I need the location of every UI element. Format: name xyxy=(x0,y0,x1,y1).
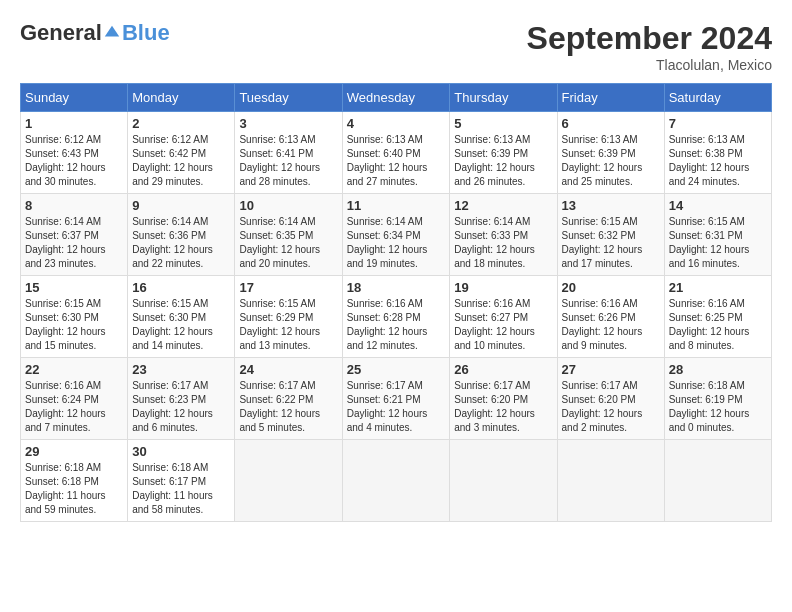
day-info: Sunrise: 6:17 AM Sunset: 6:20 PM Dayligh… xyxy=(562,379,660,435)
month-title: September 2024 xyxy=(527,20,772,57)
calendar-cell: 19Sunrise: 6:16 AM Sunset: 6:27 PM Dayli… xyxy=(450,276,557,358)
day-number: 18 xyxy=(347,280,446,295)
day-info: Sunrise: 6:13 AM Sunset: 6:39 PM Dayligh… xyxy=(562,133,660,189)
day-number: 3 xyxy=(239,116,337,131)
day-info: Sunrise: 6:16 AM Sunset: 6:27 PM Dayligh… xyxy=(454,297,552,353)
day-info: Sunrise: 6:16 AM Sunset: 6:25 PM Dayligh… xyxy=(669,297,767,353)
day-info: Sunrise: 6:13 AM Sunset: 6:41 PM Dayligh… xyxy=(239,133,337,189)
day-number: 29 xyxy=(25,444,123,459)
day-info: Sunrise: 6:17 AM Sunset: 6:22 PM Dayligh… xyxy=(239,379,337,435)
day-number: 14 xyxy=(669,198,767,213)
day-header-monday: Monday xyxy=(128,84,235,112)
calendar-cell: 26Sunrise: 6:17 AM Sunset: 6:20 PM Dayli… xyxy=(450,358,557,440)
day-number: 16 xyxy=(132,280,230,295)
calendar-cell: 14Sunrise: 6:15 AM Sunset: 6:31 PM Dayli… xyxy=(664,194,771,276)
day-number: 24 xyxy=(239,362,337,377)
day-number: 21 xyxy=(669,280,767,295)
day-number: 17 xyxy=(239,280,337,295)
day-number: 5 xyxy=(454,116,552,131)
day-info: Sunrise: 6:13 AM Sunset: 6:39 PM Dayligh… xyxy=(454,133,552,189)
calendar-cell: 10Sunrise: 6:14 AM Sunset: 6:35 PM Dayli… xyxy=(235,194,342,276)
day-info: Sunrise: 6:14 AM Sunset: 6:36 PM Dayligh… xyxy=(132,215,230,271)
calendar-week-row: 22Sunrise: 6:16 AM Sunset: 6:24 PM Dayli… xyxy=(21,358,772,440)
day-number: 13 xyxy=(562,198,660,213)
calendar-cell xyxy=(235,440,342,522)
svg-marker-0 xyxy=(105,26,119,37)
day-info: Sunrise: 6:18 AM Sunset: 6:19 PM Dayligh… xyxy=(669,379,767,435)
day-header-friday: Friday xyxy=(557,84,664,112)
day-info: Sunrise: 6:15 AM Sunset: 6:30 PM Dayligh… xyxy=(132,297,230,353)
calendar-cell: 25Sunrise: 6:17 AM Sunset: 6:21 PM Dayli… xyxy=(342,358,450,440)
day-info: Sunrise: 6:18 AM Sunset: 6:17 PM Dayligh… xyxy=(132,461,230,517)
day-info: Sunrise: 6:15 AM Sunset: 6:30 PM Dayligh… xyxy=(25,297,123,353)
logo-blue-text: Blue xyxy=(122,20,170,46)
calendar-cell: 15Sunrise: 6:15 AM Sunset: 6:30 PM Dayli… xyxy=(21,276,128,358)
logo-general-text: General xyxy=(20,20,102,46)
day-info: Sunrise: 6:14 AM Sunset: 6:37 PM Dayligh… xyxy=(25,215,123,271)
calendar-cell: 16Sunrise: 6:15 AM Sunset: 6:30 PM Dayli… xyxy=(128,276,235,358)
day-info: Sunrise: 6:15 AM Sunset: 6:31 PM Dayligh… xyxy=(669,215,767,271)
calendar-cell: 11Sunrise: 6:14 AM Sunset: 6:34 PM Dayli… xyxy=(342,194,450,276)
calendar-week-row: 1Sunrise: 6:12 AM Sunset: 6:43 PM Daylig… xyxy=(21,112,772,194)
day-number: 12 xyxy=(454,198,552,213)
day-header-wednesday: Wednesday xyxy=(342,84,450,112)
calendar-cell xyxy=(557,440,664,522)
day-info: Sunrise: 6:12 AM Sunset: 6:43 PM Dayligh… xyxy=(25,133,123,189)
day-number: 15 xyxy=(25,280,123,295)
logo-icon xyxy=(103,24,121,42)
calendar-cell: 6Sunrise: 6:13 AM Sunset: 6:39 PM Daylig… xyxy=(557,112,664,194)
calendar-table: SundayMondayTuesdayWednesdayThursdayFrid… xyxy=(20,83,772,522)
calendar-cell: 30Sunrise: 6:18 AM Sunset: 6:17 PM Dayli… xyxy=(128,440,235,522)
calendar-cell: 24Sunrise: 6:17 AM Sunset: 6:22 PM Dayli… xyxy=(235,358,342,440)
calendar-cell: 18Sunrise: 6:16 AM Sunset: 6:28 PM Dayli… xyxy=(342,276,450,358)
calendar-cell: 4Sunrise: 6:13 AM Sunset: 6:40 PM Daylig… xyxy=(342,112,450,194)
day-header-sunday: Sunday xyxy=(21,84,128,112)
calendar-cell: 1Sunrise: 6:12 AM Sunset: 6:43 PM Daylig… xyxy=(21,112,128,194)
calendar-cell: 12Sunrise: 6:14 AM Sunset: 6:33 PM Dayli… xyxy=(450,194,557,276)
page-header: General Blue September 2024 Tlacolulan, … xyxy=(20,20,772,73)
logo: General Blue xyxy=(20,20,170,46)
day-number: 4 xyxy=(347,116,446,131)
day-info: Sunrise: 6:13 AM Sunset: 6:40 PM Dayligh… xyxy=(347,133,446,189)
location: Tlacolulan, Mexico xyxy=(527,57,772,73)
day-number: 6 xyxy=(562,116,660,131)
day-number: 1 xyxy=(25,116,123,131)
calendar-cell: 27Sunrise: 6:17 AM Sunset: 6:20 PM Dayli… xyxy=(557,358,664,440)
day-info: Sunrise: 6:14 AM Sunset: 6:35 PM Dayligh… xyxy=(239,215,337,271)
day-number: 7 xyxy=(669,116,767,131)
day-header-saturday: Saturday xyxy=(664,84,771,112)
day-info: Sunrise: 6:16 AM Sunset: 6:26 PM Dayligh… xyxy=(562,297,660,353)
calendar-cell: 7Sunrise: 6:13 AM Sunset: 6:38 PM Daylig… xyxy=(664,112,771,194)
calendar-week-row: 15Sunrise: 6:15 AM Sunset: 6:30 PM Dayli… xyxy=(21,276,772,358)
day-info: Sunrise: 6:17 AM Sunset: 6:23 PM Dayligh… xyxy=(132,379,230,435)
day-info: Sunrise: 6:17 AM Sunset: 6:20 PM Dayligh… xyxy=(454,379,552,435)
day-number: 30 xyxy=(132,444,230,459)
day-info: Sunrise: 6:16 AM Sunset: 6:24 PM Dayligh… xyxy=(25,379,123,435)
day-number: 11 xyxy=(347,198,446,213)
day-number: 8 xyxy=(25,198,123,213)
calendar-cell: 21Sunrise: 6:16 AM Sunset: 6:25 PM Dayli… xyxy=(664,276,771,358)
day-number: 2 xyxy=(132,116,230,131)
day-number: 27 xyxy=(562,362,660,377)
day-info: Sunrise: 6:16 AM Sunset: 6:28 PM Dayligh… xyxy=(347,297,446,353)
calendar-cell: 17Sunrise: 6:15 AM Sunset: 6:29 PM Dayli… xyxy=(235,276,342,358)
day-info: Sunrise: 6:14 AM Sunset: 6:33 PM Dayligh… xyxy=(454,215,552,271)
calendar-cell: 22Sunrise: 6:16 AM Sunset: 6:24 PM Dayli… xyxy=(21,358,128,440)
day-number: 26 xyxy=(454,362,552,377)
day-number: 19 xyxy=(454,280,552,295)
calendar-cell: 23Sunrise: 6:17 AM Sunset: 6:23 PM Dayli… xyxy=(128,358,235,440)
calendar-cell xyxy=(342,440,450,522)
day-info: Sunrise: 6:15 AM Sunset: 6:32 PM Dayligh… xyxy=(562,215,660,271)
day-info: Sunrise: 6:12 AM Sunset: 6:42 PM Dayligh… xyxy=(132,133,230,189)
calendar-cell: 13Sunrise: 6:15 AM Sunset: 6:32 PM Dayli… xyxy=(557,194,664,276)
day-header-tuesday: Tuesday xyxy=(235,84,342,112)
calendar-cell: 2Sunrise: 6:12 AM Sunset: 6:42 PM Daylig… xyxy=(128,112,235,194)
day-info: Sunrise: 6:13 AM Sunset: 6:38 PM Dayligh… xyxy=(669,133,767,189)
title-area: September 2024 Tlacolulan, Mexico xyxy=(527,20,772,73)
day-number: 25 xyxy=(347,362,446,377)
calendar-cell xyxy=(664,440,771,522)
day-number: 10 xyxy=(239,198,337,213)
calendar-week-row: 29Sunrise: 6:18 AM Sunset: 6:18 PM Dayli… xyxy=(21,440,772,522)
calendar-cell: 8Sunrise: 6:14 AM Sunset: 6:37 PM Daylig… xyxy=(21,194,128,276)
day-number: 20 xyxy=(562,280,660,295)
